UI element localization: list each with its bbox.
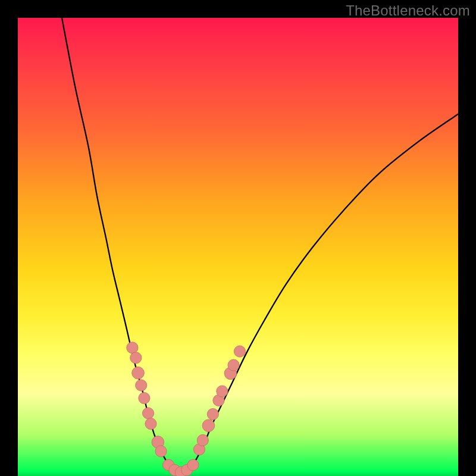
data-dot [136,380,147,391]
watermark-text: TheBottleneck.com [346,2,470,19]
data-dot [142,408,154,419]
curve-left-arm [62,18,168,465]
data-dot [202,419,215,432]
data-dot [127,342,138,353]
data-dot [145,418,156,430]
curve-right-arm [193,114,458,465]
data-dot [197,434,208,446]
chart-svg [18,18,458,476]
data-dot [139,392,150,403]
data-dot [130,352,142,364]
data-dots [127,342,246,476]
data-dot [217,386,228,397]
data-dot [155,446,167,457]
data-dot [228,359,239,371]
data-dot [132,367,145,379]
data-dot [234,346,245,357]
data-dot [207,408,218,419]
plot-area [18,18,458,476]
data-dot [187,459,199,471]
chart-frame: TheBottleneck.com [0,0,476,476]
